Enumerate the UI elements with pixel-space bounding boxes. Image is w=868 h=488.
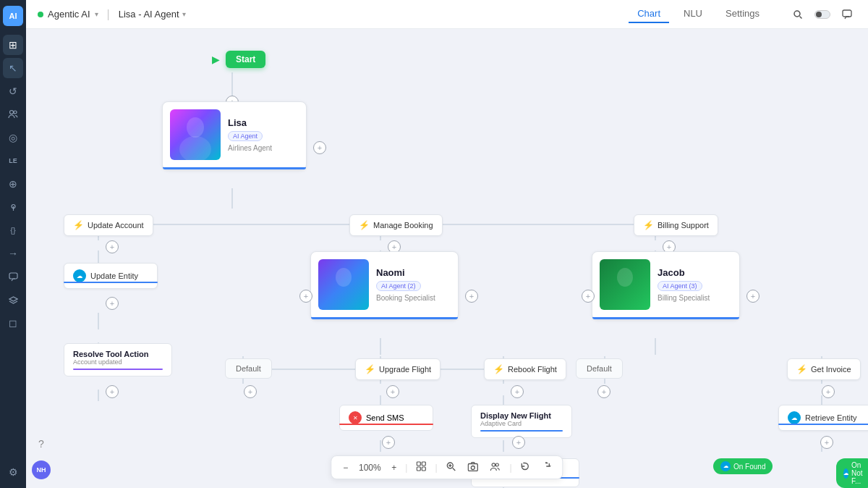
- default-node-1[interactable]: Default: [225, 358, 272, 379]
- svg-point-0: [10, 111, 14, 114]
- lisa-avatar: [170, 109, 221, 160]
- update-account-label: Update Account: [88, 221, 144, 230]
- agent-selector[interactable]: Lisa - AI Agent ▾: [119, 9, 186, 20]
- upgrade-flight-node[interactable]: ⚡ Upgrade Flight: [355, 358, 441, 380]
- send-sms-node[interactable]: ✕ Send SMS: [339, 405, 433, 431]
- add-below-update-entity[interactable]: +: [106, 297, 119, 310]
- svg-point-4: [794, 11, 800, 17]
- add-below-upgrade-flight[interactable]: +: [386, 385, 399, 398]
- svg-point-1: [14, 111, 17, 114]
- chat-icon[interactable]: [838, 5, 856, 24]
- user-avatar[interactable]: NH: [32, 460, 51, 479]
- get-invoice-icon: ⚡: [796, 364, 807, 374]
- brand-status-dot: [38, 12, 43, 17]
- tab-chart[interactable]: Chart: [629, 5, 669, 23]
- resolve-tool-title: Resolve Tool Action: [73, 350, 163, 358]
- naomi-name: Naomi: [376, 267, 451, 278]
- toggle-icon[interactable]: [813, 5, 832, 24]
- sidebar-item-le[interactable]: LE: [3, 151, 23, 171]
- update-account-node[interactable]: ⚡ Update Account: [64, 214, 153, 236]
- search-icon[interactable]: [788, 5, 807, 24]
- help-button[interactable]: ?: [32, 434, 51, 453]
- update-entity-bar: [64, 282, 158, 283]
- sidebar-item-chat[interactable]: [3, 266, 23, 287]
- on-found-badge[interactable]: ☁ On Found: [713, 458, 773, 474]
- sidebar-item-globe[interactable]: ⊕: [3, 174, 23, 194]
- rebook-flight-node[interactable]: ⚡ Rebook Flight: [484, 358, 566, 380]
- display-flight-bar: [480, 430, 563, 432]
- add-below-get-invoice[interactable]: +: [822, 385, 835, 398]
- add-below-resolve-tool[interactable]: +: [106, 385, 119, 398]
- redo-button[interactable]: [539, 460, 554, 474]
- zoom-in-button[interactable]: +: [388, 461, 399, 474]
- billing-support-node[interactable]: ⚡ Billing Support: [634, 214, 718, 236]
- brand-chevron-icon[interactable]: ▾: [95, 10, 98, 18]
- toolbar-sep-3: |: [510, 463, 512, 473]
- sidebar-item-history[interactable]: ↺: [3, 81, 23, 101]
- sidebar-item-arrow[interactable]: →: [3, 243, 23, 264]
- add-below-rebook-flight[interactable]: +: [511, 385, 524, 398]
- jacob-node-bar: [592, 317, 739, 319]
- persons-button[interactable]: [488, 460, 504, 475]
- naomi-agent-node[interactable]: Naomi AI Agent (2) Booking Specialist: [310, 251, 459, 320]
- on-not-found-sf-icon: ☁: [843, 468, 848, 479]
- add-below-send-sms[interactable]: +: [382, 436, 395, 449]
- sidebar-item-cursor[interactable]: ↖: [3, 58, 23, 78]
- sidebar-item-square[interactable]: ◻: [3, 313, 23, 333]
- add-right-jacob[interactable]: +: [746, 290, 760, 303]
- on-not-found-badge[interactable]: ☁ On Not F...: [836, 458, 868, 488]
- retrieve-entity-node[interactable]: ☁ Retrieve Entity: [778, 405, 868, 431]
- display-new-flight-node[interactable]: Display New Flight Adaptive Card: [471, 405, 572, 438]
- fit-screen-button[interactable]: [413, 460, 429, 475]
- display-flight-subtitle: Adaptive Card: [480, 420, 563, 427]
- svg-rect-39: [417, 462, 420, 466]
- svg-point-36: [179, 136, 211, 160]
- sidebar-item-braces[interactable]: {}: [3, 220, 23, 240]
- send-sms-label: Send SMS: [366, 413, 404, 422]
- add-below-update-account[interactable]: +: [106, 240, 119, 253]
- resolve-tool-action-node[interactable]: Resolve Tool Action Account updated: [64, 343, 172, 376]
- add-below-default-2[interactable]: +: [597, 385, 610, 398]
- flow-canvas[interactable]: ▶ Start + Lisa AI Agent Airli: [26, 29, 868, 488]
- tab-nlu[interactable]: NLU: [675, 5, 711, 23]
- sms-bar: [339, 424, 433, 425]
- action-icon-billing: ⚡: [643, 220, 654, 230]
- manage-booking-node[interactable]: ⚡ Manage Booking: [349, 214, 443, 236]
- add-right-naomi[interactable]: +: [465, 290, 478, 303]
- undo-button[interactable]: [518, 460, 533, 474]
- sidebar: AI ⊞ ↖ ↺ ◎ LE ⊕ {} → ◻ ⚙: [0, 0, 26, 488]
- add-left-jacob[interactable]: +: [582, 290, 595, 303]
- salesforce-icon-2: ☁: [788, 411, 801, 424]
- sidebar-item-grid[interactable]: ⊞: [3, 35, 23, 55]
- lisa-node-bar: [163, 167, 306, 169]
- toolbar-sep-2: |: [435, 463, 437, 473]
- topbar-action-icons: [788, 5, 856, 24]
- on-found-label: On Found: [733, 463, 765, 471]
- start-label: Start: [236, 54, 255, 64]
- add-below-default-1[interactable]: +: [244, 385, 257, 398]
- add-below-retrieve-entity[interactable]: +: [820, 436, 833, 449]
- jacob-agent-node[interactable]: Jacob AI Agent (3) Billing Specialist: [592, 251, 740, 320]
- add-below-display-flight[interactable]: +: [512, 436, 525, 449]
- naomi-agent-inner: Naomi AI Agent (2) Booking Specialist: [311, 252, 458, 317]
- on-not-found-label: On Not F...: [851, 461, 868, 485]
- svg-point-38: [617, 268, 633, 287]
- get-invoice-node[interactable]: ⚡ Get Invoice: [787, 358, 861, 380]
- sidebar-item-layers[interactable]: [3, 290, 23, 310]
- brand-selector[interactable]: Agentic AI ▾: [38, 9, 98, 20]
- sidebar-item-agents[interactable]: [3, 104, 23, 125]
- screenshot-button[interactable]: [465, 460, 482, 475]
- add-right-lisa[interactable]: +: [313, 141, 326, 154]
- update-entity-node[interactable]: ☁ Update Entity: [64, 263, 158, 289]
- search-zoom-button[interactable]: [443, 460, 459, 475]
- start-node[interactable]: Start: [226, 51, 265, 68]
- default-node-2[interactable]: Default: [576, 358, 623, 379]
- sidebar-item-circle[interactable]: ◎: [3, 127, 23, 148]
- sidebar-item-pin[interactable]: [3, 197, 23, 217]
- add-left-naomi[interactable]: +: [299, 290, 312, 303]
- lisa-agent-node[interactable]: Lisa AI Agent Airlines Agent: [162, 101, 307, 170]
- sidebar-item-gear[interactable]: ⚙: [3, 462, 23, 482]
- tab-settings[interactable]: Settings: [717, 5, 768, 23]
- resolve-tool-subtitle: Account updated: [73, 358, 163, 366]
- zoom-out-button[interactable]: −: [340, 461, 351, 474]
